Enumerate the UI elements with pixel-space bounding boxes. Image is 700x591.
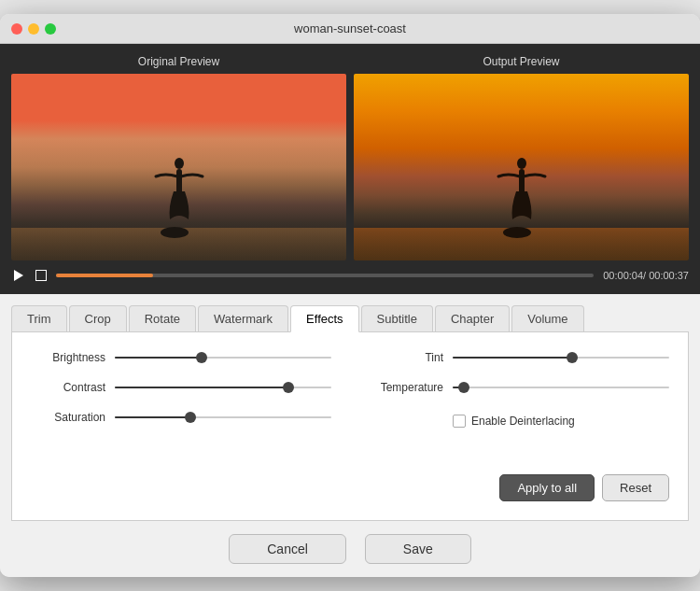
contrast-slider[interactable] (115, 387, 331, 388)
temperature-slider[interactable] (453, 387, 669, 388)
controls-right: Tint Temperature (369, 351, 669, 444)
saturation-thumb[interactable] (185, 412, 196, 423)
tabs-area: Trim Crop Rotate Watermark Effects Subti… (0, 294, 700, 521)
progress-fill (56, 274, 153, 277)
panel-footer: Apply to all Reset (31, 459, 669, 501)
tab-subtitle[interactable]: Subtitle (361, 305, 433, 331)
contrast-label: Contrast (31, 381, 105, 394)
output-preview-section: Output Preview (354, 55, 689, 260)
time-total: 00:00:37 (649, 270, 689, 281)
deinterlace-checkbox-row: Enable Deinterlacing (453, 415, 575, 428)
cancel-button[interactable]: Cancel (229, 534, 346, 564)
saturation-row: Saturation (31, 411, 331, 424)
temperature-thumb[interactable] (458, 382, 469, 393)
tab-volume[interactable]: Volume (511, 305, 583, 331)
controls-grid: Brightness Contrast (31, 351, 669, 444)
contrast-fill (115, 387, 288, 388)
time-display: 00:00:04/ 00:00:37 (603, 270, 689, 281)
deinterlace-checkbox[interactable] (453, 415, 466, 428)
original-preview-label: Original Preview (138, 55, 219, 68)
deinterlace-label: Enable Deinterlacing (471, 415, 575, 428)
tab-crop[interactable]: Crop (69, 305, 127, 331)
saturation-label: Saturation (31, 411, 105, 424)
save-button[interactable]: Save (365, 534, 471, 564)
preview-area: Original Preview (0, 44, 700, 260)
original-preview-video (11, 74, 346, 260)
brightness-label: Brightness (31, 351, 105, 364)
tint-slider[interactable] (453, 357, 669, 359)
temperature-row: Temperature (369, 381, 669, 394)
maximize-button[interactable] (45, 23, 56, 35)
output-canvas (354, 74, 689, 260)
temperature-label: Temperature (369, 381, 443, 394)
svg-point-2 (517, 158, 526, 169)
deinterlace-row: Enable Deinterlacing (369, 411, 669, 428)
contrast-row: Contrast (31, 381, 331, 394)
brightness-slider[interactable] (115, 357, 331, 359)
svg-rect-1 (176, 169, 182, 195)
tint-fill (453, 357, 572, 359)
time-current: 00:00:04 (603, 270, 643, 281)
bottom-bar: Cancel Save (0, 521, 700, 577)
contrast-thumb[interactable] (283, 382, 294, 393)
window-title: woman-sunset-coast (294, 21, 406, 35)
svg-point-0 (175, 158, 184, 169)
tint-label: Tint (369, 351, 443, 364)
saturation-slider[interactable] (115, 416, 331, 418)
brightness-fill (115, 357, 202, 359)
apply-to-all-button[interactable]: Apply to all (499, 474, 595, 501)
output-preview-label: Output Preview (483, 55, 559, 68)
controls-left: Brightness Contrast (31, 351, 331, 444)
tab-trim[interactable]: Trim (11, 305, 67, 331)
stop-button[interactable] (35, 270, 47, 281)
tint-row: Tint (369, 351, 669, 364)
tab-watermark[interactable]: Watermark (198, 305, 288, 331)
minimize-button[interactable] (28, 23, 39, 35)
svg-rect-3 (519, 169, 525, 195)
saturation-fill (115, 416, 190, 418)
svg-marker-4 (14, 270, 23, 281)
tint-thumb[interactable] (567, 352, 578, 363)
tab-rotate[interactable]: Rotate (129, 305, 196, 331)
preview-divider (346, 55, 354, 260)
brightness-thumb[interactable] (196, 352, 207, 363)
close-button[interactable] (11, 23, 22, 35)
original-preview-section: Original Preview (11, 55, 346, 260)
tab-chapter[interactable]: Chapter (435, 305, 510, 331)
controls-bar: 00:00:04/ 00:00:37 (0, 260, 700, 294)
progress-bar[interactable] (56, 274, 594, 277)
titlebar: woman-sunset-coast (0, 14, 700, 44)
tabs: Trim Crop Rotate Watermark Effects Subti… (11, 305, 689, 332)
brightness-row: Brightness (31, 351, 331, 364)
play-button[interactable] (11, 268, 26, 283)
silhouette-original (151, 156, 207, 234)
effects-panel: Brightness Contrast (11, 332, 689, 521)
original-canvas (11, 74, 346, 260)
tab-effects[interactable]: Effects (290, 305, 359, 332)
app-window: woman-sunset-coast Original Preview (0, 14, 700, 577)
traffic-lights (11, 23, 56, 35)
reset-button[interactable]: Reset (602, 474, 669, 501)
silhouette-output (494, 156, 550, 234)
stop-icon (35, 270, 47, 281)
output-preview-video (354, 74, 689, 260)
